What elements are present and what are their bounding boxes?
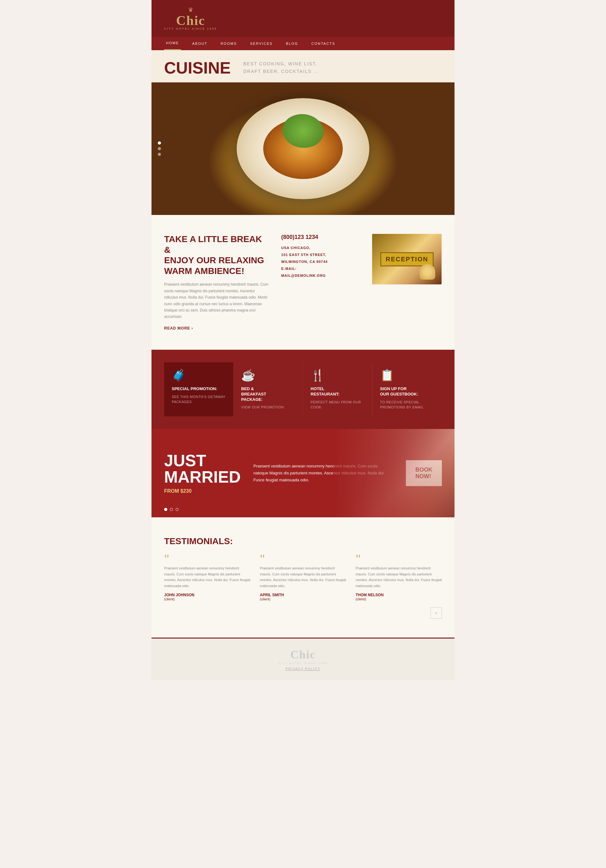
wedding-dot-2[interactable] (170, 508, 173, 511)
couple-image (333, 429, 454, 517)
testimonials-section: TESTIMONIALS: " Praesent vestibulum aene… (152, 517, 454, 638)
reception-image-area: RECEPTION (372, 234, 442, 284)
wedding-dot-3[interactable] (175, 508, 179, 511)
nav-blog[interactable]: BLOG (284, 37, 300, 50)
wedding-text-block: JUSTMARRIED FROM $230 (164, 452, 241, 494)
features-section: 🧳 SPECIAL PROMOTION: SEE THIS MONTH'S GE… (152, 350, 454, 429)
logo: ♛ Chic CITY HOTEL SINCE 1956 (164, 6, 217, 30)
wedding-title: JUSTMARRIED (164, 452, 241, 485)
nav-home[interactable]: HOME (164, 37, 181, 50)
feature-text-4: TO RECEIVE SPECIAL PROMOTIONS BY EMAIL (380, 400, 434, 410)
food-background (152, 82, 454, 215)
nav-contacts[interactable]: CONTACTS (309, 37, 337, 50)
wedding-price: FROM $230 (164, 488, 241, 494)
wedding-section: JUSTMARRIED FROM $230 Praesent vestibulu… (152, 429, 454, 517)
address-line1: USA CHICAGO, (281, 244, 360, 251)
luggage-icon: 🧳 (172, 369, 226, 382)
dot-2[interactable] (158, 147, 161, 150)
fork-knife-icon: 🍴 (311, 369, 364, 382)
testimonials-grid: " Praesent vestibulum aenean nonummy hen… (164, 556, 442, 601)
hero-banner: CUISINE BEST COOKING, WINE LIST,DRAFT BE… (152, 50, 454, 82)
nav-about[interactable]: ABOUT (190, 37, 209, 50)
quote-open-icon-2: " (260, 556, 346, 562)
feature-title-4: SIGN UP FOROUR GUESTBOOK: (380, 386, 434, 397)
feature-text-3: PERFECT MENU FROM OUR COOK (311, 400, 364, 410)
feature-title-1: SPECIAL PROMOTION: (172, 386, 226, 392)
header: ♛ Chic CITY HOTEL SINCE 1956 (152, 0, 454, 37)
coffee-icon: ☕ (241, 369, 295, 382)
testimonial-3: " Praesent vestibulum aenean nonummy hen… (356, 556, 442, 601)
email-label: E-MAIL: (281, 265, 360, 272)
testimonial-text-2: Praesent vestibulum aenean nonummy hendr… (260, 565, 346, 589)
navigation: HOME ABOUT ROOMS SERVICES BLOG CONTACTS (152, 37, 454, 50)
about-section: TAKE A LITTLE BREAK &ENJOY OUR RELAXINGW… (152, 215, 454, 350)
feature-text-2: VIEW OUR PROMOTION (241, 405, 295, 410)
feature-special-promotion: 🧳 SPECIAL PROMOTION: SEE THIS MONTH'S GE… (164, 362, 234, 416)
feature-title-2: BED &BREAKFASTPACKAGE: (241, 386, 295, 403)
book-icon: 📋 (380, 369, 434, 382)
address-info: USA CHICAGO, 101 EAST 5TH STREET, WILMIN… (281, 244, 360, 279)
food-image-section (152, 82, 454, 215)
nav-services[interactable]: SERVICES (248, 37, 274, 50)
testimonial-name-3: Thom Nelson (client) (356, 593, 442, 601)
address-line3: WILMINGTON, CA 90744 (281, 258, 360, 265)
wedding-slider-dots (164, 508, 179, 511)
email: MAIL@DEMOLINK.ORG (281, 272, 360, 279)
testimonial-name-2: April Smith (client) (260, 593, 346, 601)
footer: Chic CITY HOTEL SINCE 1956 PRIVACY POLIC… (152, 638, 454, 680)
wedding-dot-1[interactable] (164, 508, 167, 511)
footer-logo: Chic (290, 648, 316, 661)
testimonial-text-3: Praesent vestibulum aenean nonummy hendr… (356, 565, 442, 589)
crown-icon: ♛ (188, 6, 193, 13)
testimonial-1: " Praesent vestibulum aenean nonummy hen… (164, 556, 250, 601)
address-line2: 101 EAST 5TH STREET, (281, 251, 360, 258)
slider-dots (158, 141, 161, 156)
hero-title: CUISINE (164, 60, 231, 76)
feature-bed-breakfast: ☕ BED &BREAKFASTPACKAGE: VIEW OUR PROMOT… (234, 362, 303, 416)
feature-text-1: SEE THIS MONTH'S GETAWAY PACKAGES (172, 394, 226, 405)
logo-subtitle: CITY HOTEL SINCE 1956 (164, 27, 217, 30)
quote-open-icon-1: " (164, 556, 250, 562)
about-body: Praesent vestibulum aenean nonummy hendr… (164, 281, 268, 320)
feature-restaurant: 🍴 HOTELRESTAURANT: PERFECT MENU FROM OUR… (303, 362, 372, 416)
testimonials-title: TESTIMONIALS: (164, 536, 442, 546)
feature-title-3: HOTELRESTAURANT: (311, 386, 364, 397)
testimonial-text-1: Praesent vestibulum aenean nonummy hendr… (164, 565, 250, 589)
hero-subtitle: BEST COOKING, WINE LIST,DRAFT BEER, COCK… (243, 60, 319, 76)
about-heading: TAKE A LITTLE BREAK &ENJOY OUR RELAXINGW… (164, 234, 268, 276)
footer-logo-sub: CITY HOTEL SINCE 1956 (278, 662, 328, 665)
testimonials-nav: › (164, 607, 442, 618)
logo-chic: Chic (176, 14, 205, 27)
feature-guestbook: 📋 SIGN UP FOROUR GUESTBOOK: TO RECEIVE S… (372, 362, 442, 416)
reception-image: RECEPTION (372, 234, 442, 284)
dot-3[interactable] (158, 153, 161, 156)
testimonial-2: " Praesent vestibulum aenean nonummy hen… (260, 556, 346, 601)
phone-number: (800)123 1234 (281, 234, 360, 240)
read-more-link[interactable]: READ MORE (164, 326, 193, 330)
quote-open-icon-3: " (356, 556, 442, 562)
nav-rooms[interactable]: ROOMS (219, 37, 239, 50)
contact-info: (800)123 1234 USA CHICAGO, 101 EAST 5TH … (281, 234, 360, 279)
testimonials-next-arrow[interactable]: › (431, 607, 442, 618)
plate (237, 98, 369, 199)
about-content: TAKE A LITTLE BREAK &ENJOY OUR RELAXINGW… (164, 234, 268, 331)
dot-1[interactable] (158, 141, 161, 144)
testimonial-name-1: John Johnson (client) (164, 593, 250, 601)
privacy-policy-link[interactable]: PRIVACY POLICY (286, 667, 320, 671)
